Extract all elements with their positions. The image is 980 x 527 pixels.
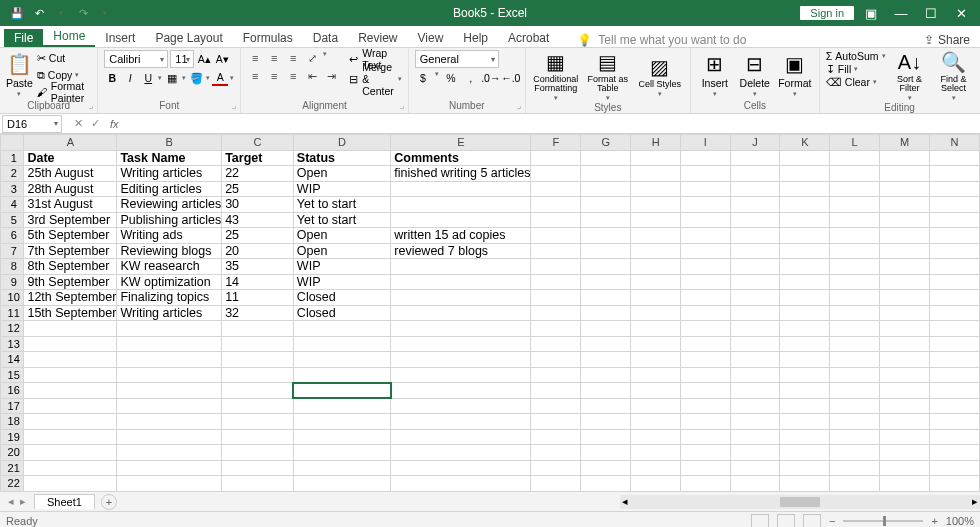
row-header-7[interactable]: 7 [1, 243, 24, 259]
cell-D17[interactable] [293, 398, 390, 414]
row-header-15[interactable]: 15 [1, 367, 24, 383]
cell-M18[interactable] [880, 414, 930, 430]
cell-G15[interactable] [581, 367, 631, 383]
name-box[interactable]: D16 [2, 115, 62, 133]
col-header-B[interactable]: B [117, 135, 222, 151]
view-page-layout-icon[interactable] [777, 514, 795, 528]
cell-B13[interactable] [117, 336, 222, 352]
sheet-next-icon[interactable]: ▸ [20, 495, 26, 508]
cell-D4[interactable]: Yet to start [293, 197, 390, 213]
cell-L6[interactable] [830, 228, 880, 244]
share-button[interactable]: ⇪ Share [924, 33, 980, 47]
increase-decimal-icon[interactable]: .0→ [483, 70, 499, 86]
view-page-break-icon[interactable] [803, 514, 821, 528]
zoom-level[interactable]: 100% [946, 515, 974, 527]
cell-K5[interactable] [780, 212, 830, 228]
new-sheet-button[interactable]: + [101, 494, 117, 510]
col-header-J[interactable]: J [730, 135, 780, 151]
cell-B12[interactable] [117, 321, 222, 337]
row-header-12[interactable]: 12 [1, 321, 24, 337]
cut-button[interactable]: ✂Cut [37, 50, 91, 66]
cell-J14[interactable] [730, 352, 780, 368]
cell-C16[interactable] [222, 383, 294, 399]
cell-J7[interactable] [730, 243, 780, 259]
row-header-3[interactable]: 3 [1, 181, 24, 197]
cell-L22[interactable] [830, 476, 880, 492]
row-header-5[interactable]: 5 [1, 212, 24, 228]
cell-D8[interactable]: WIP [293, 259, 390, 275]
cell-I12[interactable] [681, 321, 731, 337]
cell-F11[interactable] [531, 305, 581, 321]
cell-E8[interactable] [391, 259, 531, 275]
decrease-font-icon[interactable]: A▾ [214, 51, 230, 67]
cell-D14[interactable] [293, 352, 390, 368]
cell-M17[interactable] [880, 398, 930, 414]
cell-I17[interactable] [681, 398, 731, 414]
cell-L4[interactable] [830, 197, 880, 213]
cell-H2[interactable] [631, 166, 681, 182]
cell-J19[interactable] [730, 429, 780, 445]
horizontal-scrollbar[interactable]: ◂▸ [620, 495, 980, 509]
cell-C18[interactable] [222, 414, 294, 430]
cell-G21[interactable] [581, 460, 631, 476]
cell-F1[interactable] [531, 150, 581, 166]
cell-D6[interactable]: Open [293, 228, 390, 244]
col-header-F[interactable]: F [531, 135, 581, 151]
align-right-icon[interactable]: ≡ [285, 68, 301, 84]
cell-C6[interactable]: 25 [222, 228, 294, 244]
align-center-icon[interactable]: ≡ [266, 68, 282, 84]
cell-C13[interactable] [222, 336, 294, 352]
border-dropdown-icon[interactable]: ▾ [182, 74, 186, 82]
cell-K9[interactable] [780, 274, 830, 290]
cell-L3[interactable] [830, 181, 880, 197]
cell-I2[interactable] [681, 166, 731, 182]
cell-F14[interactable] [531, 352, 581, 368]
cell-D2[interactable]: Open [293, 166, 390, 182]
cell-G7[interactable] [581, 243, 631, 259]
conditional-formatting-button[interactable]: ▦Conditional Formatting▾ [532, 50, 580, 102]
cell-F21[interactable] [531, 460, 581, 476]
fill-dropdown-icon[interactable]: ▾ [206, 74, 210, 82]
cell-N4[interactable] [930, 197, 980, 213]
cell-K15[interactable] [780, 367, 830, 383]
cell-L16[interactable] [830, 383, 880, 399]
cell-H9[interactable] [631, 274, 681, 290]
cell-H10[interactable] [631, 290, 681, 306]
cell-B14[interactable] [117, 352, 222, 368]
cell-N20[interactable] [930, 445, 980, 461]
select-all-corner[interactable] [1, 135, 24, 151]
cell-C8[interactable]: 35 [222, 259, 294, 275]
cell-F18[interactable] [531, 414, 581, 430]
cell-J1[interactable] [730, 150, 780, 166]
cell-H22[interactable] [631, 476, 681, 492]
minimize-icon[interactable]: ― [888, 3, 914, 23]
cell-G5[interactable] [581, 212, 631, 228]
cell-D7[interactable]: Open [293, 243, 390, 259]
cell-A16[interactable] [24, 383, 117, 399]
tab-view[interactable]: View [408, 29, 454, 47]
worksheet-grid[interactable]: ABCDEFGHIJKLMN 1DateTask NameTargetStatu… [0, 134, 980, 491]
cell-H1[interactable] [631, 150, 681, 166]
cell-B4[interactable]: Reviewing articles [117, 197, 222, 213]
fill-color-button[interactable]: 🪣 [188, 70, 204, 86]
cell-B8[interactable]: KW reasearch [117, 259, 222, 275]
col-header-G[interactable]: G [581, 135, 631, 151]
cell-B21[interactable] [117, 460, 222, 476]
cell-N3[interactable] [930, 181, 980, 197]
cell-E1[interactable]: Comments [391, 150, 531, 166]
cell-A2[interactable]: 25th August [24, 166, 117, 182]
cell-D21[interactable] [293, 460, 390, 476]
cell-G20[interactable] [581, 445, 631, 461]
cell-H8[interactable] [631, 259, 681, 275]
cell-M7[interactable] [880, 243, 930, 259]
cell-A12[interactable] [24, 321, 117, 337]
cell-K14[interactable] [780, 352, 830, 368]
col-header-N[interactable]: N [930, 135, 980, 151]
cell-J17[interactable] [730, 398, 780, 414]
cell-F6[interactable] [531, 228, 581, 244]
cell-J22[interactable] [730, 476, 780, 492]
cell-C14[interactable] [222, 352, 294, 368]
cell-N15[interactable] [930, 367, 980, 383]
cell-B19[interactable] [117, 429, 222, 445]
cell-N1[interactable] [930, 150, 980, 166]
